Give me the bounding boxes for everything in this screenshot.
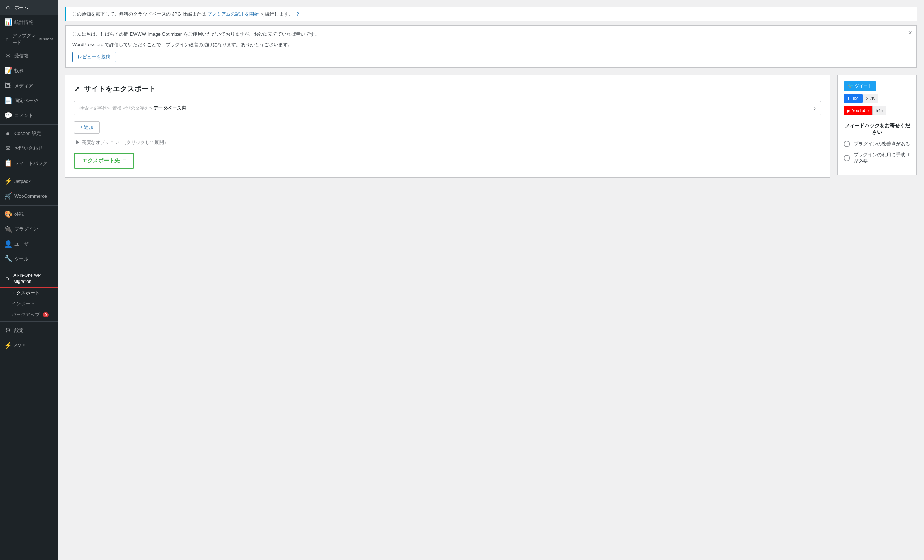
sidebar-item-tools[interactable]: 🔧 ツール — [0, 252, 58, 266]
sidebar: ⌂ ホーム 📊 統計情報 ↑ アップグレード Business ✉ 受信箱 📝 … — [0, 0, 58, 560]
sidebar-item-posts[interactable]: 📝 投稿 — [0, 63, 58, 78]
feedback-option-1[interactable]: プラグインの改善点がある — [843, 141, 910, 147]
sidebar-item-label: ホーム — [14, 4, 28, 11]
export-menu-icon: ≡ — [123, 158, 126, 164]
feedback-icon: 📋 — [4, 159, 12, 168]
sidebar-item-contact[interactable]: ✉ お問い合わせ — [0, 141, 58, 156]
users-icon: 👤 — [4, 240, 12, 249]
notice-close-button[interactable]: × — [908, 29, 912, 37]
help-icon[interactable]: ? — [296, 11, 299, 16]
sidebar-item-appearance[interactable]: 🎨 外観 — [0, 207, 58, 222]
jetpack-icon: ⚡ — [4, 177, 12, 186]
sidebar-item-media[interactable]: 🖼 メディア — [0, 78, 58, 93]
sidebar-item-jetpack[interactable]: ⚡ Jetpack — [0, 174, 58, 189]
contact-icon: ✉ — [4, 144, 12, 153]
submenu-item-backup[interactable]: バックアップ 0 — [0, 309, 58, 320]
review-post-button[interactable]: レビューを投稿 — [72, 52, 116, 63]
divider — [0, 268, 58, 268]
sidebar-item-label: 受信箱 — [14, 53, 28, 59]
search-row-text: 検索 <文字列> 置換 <別の文字列> データベース内 — [80, 105, 814, 111]
feedback-option-1-label: プラグインの改善点がある — [854, 141, 910, 147]
radio-2[interactable] — [843, 155, 850, 161]
feedback-option-2-label: プラグインの利用に手助けが必要 — [854, 151, 910, 165]
export-button-label: エクスポート先 — [82, 157, 120, 164]
sidebar-item-stats[interactable]: 📊 統計情報 — [0, 15, 58, 30]
add-button[interactable]: + 追加 — [74, 121, 100, 133]
sidebar-item-label: アップグレード — [12, 33, 36, 45]
sidebar-item-pages[interactable]: 📄 固定ページ — [0, 93, 58, 108]
youtube-group: ▶ YouTube 545 — [843, 106, 886, 115]
advanced-options[interactable]: ▶ 高度なオプション （クリックして展開） — [74, 139, 821, 146]
export-button[interactable]: エクスポート先 ≡ — [74, 153, 134, 169]
export-title-icon: ↗ — [74, 84, 80, 93]
sidebar-item-feedback[interactable]: 📋 フィードバック — [0, 156, 58, 171]
facebook-label: Like — [850, 96, 858, 101]
divider — [0, 172, 58, 172]
feedback-option-2[interactable]: プラグインの利用に手助けが必要 — [843, 151, 910, 165]
divider — [0, 322, 58, 322]
sidebar-item-label: ツール — [14, 256, 28, 262]
search-placeholder: <文字列> — [90, 105, 110, 111]
sidebar-item-comments[interactable]: 💬 コメント — [0, 108, 58, 123]
sidebar-item-cocoon[interactable]: ● Cocoon 設定 — [0, 126, 58, 141]
sidebar-item-label: フィードバック — [14, 160, 47, 167]
feedback-title: フィードバックをお寄せください — [843, 123, 910, 136]
woocommerce-icon: 🛒 — [4, 192, 12, 201]
sidebar-item-amp[interactable]: ⚡ AMP — [0, 338, 58, 353]
replace-label: 置換 — [112, 105, 123, 111]
twitter-button[interactable]: 🐦 ツイート — [843, 81, 876, 91]
sidebar-item-label: Jetpack — [14, 178, 31, 185]
facebook-button[interactable]: f Like — [843, 94, 862, 103]
main-content: この通知を却下して、無料のクラウドベースの JPG 圧縮または プレミアムの試用… — [58, 0, 924, 560]
sidebar-item-label: AMP — [14, 343, 24, 349]
sidebar-item-woocommerce[interactable]: 🛒 WooCommerce — [0, 189, 58, 204]
business-badge: Business — [39, 37, 53, 42]
comments-icon: 💬 — [4, 111, 12, 120]
amp-icon: ⚡ — [4, 341, 12, 350]
content-layout: ↗ サイトをエクスポート 検索 <文字列> 置換 <別の文字列> データベース内… — [65, 75, 917, 178]
sidebar-item-allinone[interactable]: ○ All-in-One WP Migration — [0, 270, 58, 287]
sidebar-item-label: メディア — [14, 82, 33, 89]
cocoon-icon: ● — [4, 129, 12, 138]
sidebar-item-inbox[interactable]: ✉ 受信箱 — [0, 49, 58, 63]
sidebar-item-settings[interactable]: ⚙ 設定 — [0, 323, 58, 338]
sidebar-item-label: WooCommerce — [14, 193, 47, 199]
submenu: エクスポート インポート バックアップ 0 — [0, 287, 58, 320]
upgrade-icon: ↑ — [4, 34, 9, 43]
sidebar-item-users[interactable]: 👤 ユーザー — [0, 237, 58, 252]
facebook-group: f Like 2.7K — [843, 94, 878, 103]
sidebar-item-plugins[interactable]: 🔌 プラグイン — [0, 222, 58, 237]
radio-1[interactable] — [843, 141, 850, 147]
search-replace-row[interactable]: 検索 <文字列> 置換 <別の文字列> データベース内 › — [74, 101, 821, 115]
sidebar-card: 🐦 ツイート f Like 2.7K ▶ YouTube 545 — [837, 75, 917, 175]
twitter-icon: 🐦 — [848, 83, 853, 88]
youtube-button[interactable]: ▶ YouTube — [843, 106, 872, 115]
db-label: データベース内 — [153, 105, 186, 111]
replace-placeholder: <別の文字列> — [123, 105, 152, 111]
notice-top-text: この通知を却下して、無料のクラウドベースの JPG 圧縮または — [72, 11, 206, 16]
sidebar-item-upgrade[interactable]: ↑ アップグレード Business — [0, 30, 58, 48]
sidebar-item-label: 外観 — [14, 211, 24, 217]
submenu-item-import[interactable]: インポート — [0, 298, 58, 309]
sidebar-item-label: お問い合わせ — [14, 145, 43, 151]
sidebar-item-label: 設定 — [14, 327, 24, 334]
allinone-icon: ○ — [4, 274, 10, 283]
main-card: ↗ サイトをエクスポート 検索 <文字列> 置換 <別の文字列> データベース内… — [65, 75, 830, 178]
submenu-item-export[interactable]: エクスポート — [0, 287, 58, 298]
sidebar-item-label: Cocoon 設定 — [14, 130, 41, 137]
notice-top-link[interactable]: プレミアムの試用を開始 — [207, 11, 259, 16]
sidebar-item-home[interactable]: ⌂ ホーム — [0, 0, 58, 15]
facebook-count: 2.7K — [862, 94, 878, 103]
sidebar-item-label: ユーザー — [14, 241, 33, 247]
tools-icon: 🔧 — [4, 255, 12, 264]
home-icon: ⌂ — [4, 3, 12, 12]
card-title: ↗ サイトをエクスポート — [74, 84, 821, 94]
divider — [0, 205, 58, 206]
media-icon: 🖼 — [4, 81, 12, 90]
posts-icon: 📝 — [4, 66, 12, 75]
notice-review: × こんにちは、しばらくの間 EWWW Image Optimizer をご使用… — [65, 25, 917, 68]
youtube-icon: ▶ — [847, 108, 850, 113]
pages-icon: 📄 — [4, 96, 12, 105]
sidebar-item-label: 統計情報 — [14, 19, 33, 25]
notice-top-text-after: を続行します。 — [260, 11, 293, 16]
